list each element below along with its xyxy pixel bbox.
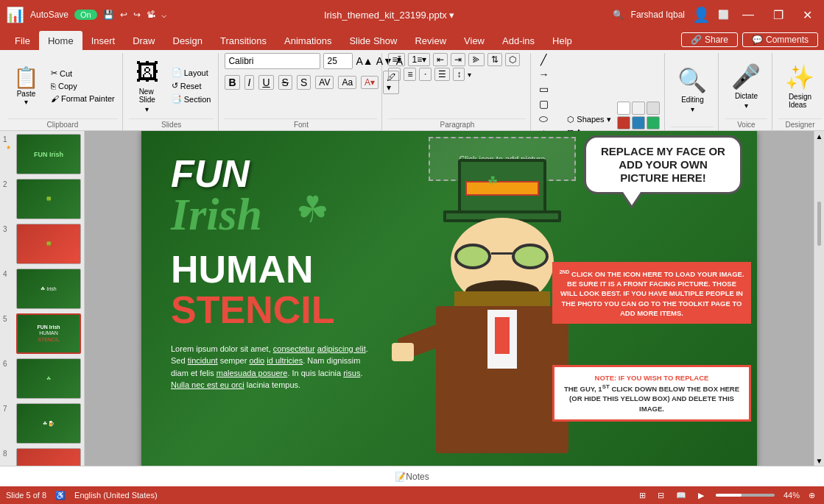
paste-button[interactable]: 📋 Paste ▾ bbox=[7, 63, 45, 109]
dictate-button[interactable]: 🎤 Dictate ▾ bbox=[725, 57, 767, 116]
font-size-input[interactable] bbox=[323, 53, 353, 69]
scroll-thumb[interactable] bbox=[817, 202, 821, 246]
slide-thumb-1[interactable]: 1 ★ FUN Irish bbox=[3, 134, 81, 174]
slide-thumb-7[interactable]: 7 ☘ 🍺 bbox=[3, 403, 81, 444]
tab-file[interactable]: File bbox=[6, 31, 39, 50]
tab-home[interactable]: Home bbox=[39, 31, 82, 50]
search-icon[interactable]: 🔍 bbox=[613, 10, 624, 20]
shadow-button[interactable]: S bbox=[297, 75, 311, 90]
vertical-scrollbar[interactable]: ▲ ▼ bbox=[814, 131, 824, 466]
shapes-dropdown-button[interactable]: ⬡ Shapes ▾ bbox=[564, 113, 614, 126]
font-case-button[interactable]: Aa bbox=[338, 76, 356, 89]
info-box-red[interactable]: 2ND CLICK ON THE ICON HERE TO LOAD YOUR … bbox=[552, 262, 751, 324]
autosave-toggle[interactable]: On bbox=[74, 10, 97, 20]
style-swatch-3[interactable] bbox=[647, 102, 660, 115]
slide-panel[interactable]: 1 ★ FUN Irish 2 🍀 3 🍀 4 ☘ Irish bbox=[0, 131, 85, 466]
win-close[interactable]: ✕ bbox=[797, 7, 818, 24]
slide-img-8[interactable]: ☘ bbox=[16, 448, 81, 466]
slide-thumb-6[interactable]: 6 ☘ bbox=[3, 358, 81, 399]
style-swatch-5[interactable] bbox=[632, 116, 645, 129]
dictate-dropdown-icon[interactable]: ▾ bbox=[744, 102, 748, 110]
slide-thumb-5[interactable]: 5 FUN Irish HUMAN STENCIL bbox=[3, 313, 81, 354]
language[interactable]: English (United States) bbox=[74, 491, 158, 500]
reset-button[interactable]: ↺ Reset bbox=[169, 79, 214, 92]
win-minimize[interactable]: — bbox=[736, 7, 760, 23]
slide-show-icon[interactable]: ▶ bbox=[695, 491, 707, 500]
editing-button[interactable]: 🔍 Editing ▾ bbox=[671, 60, 714, 119]
speech-bubble[interactable]: REPLACE MY FACE OR ADD YOUR OWN PICTURE … bbox=[584, 135, 742, 194]
tab-transitions[interactable]: Transitions bbox=[211, 31, 275, 50]
scroll-up-button[interactable]: ▲ bbox=[814, 131, 824, 141]
new-slide-button[interactable]: 🖼 NewSlide ▾ bbox=[129, 57, 166, 116]
share-button[interactable]: 🔗 Share bbox=[681, 32, 738, 47]
style-swatch-1[interactable] bbox=[617, 102, 630, 115]
line-spacing-dropdown[interactable]: ▾ bbox=[468, 71, 471, 79]
slide-title-human[interactable]: HUMAN bbox=[171, 247, 314, 291]
layout-button[interactable]: 📄 Layout bbox=[169, 66, 214, 79]
format-painter-button[interactable]: 🖌 Format Painter bbox=[48, 93, 118, 104]
tab-design[interactable]: Design bbox=[164, 31, 211, 50]
slide-title-stencil[interactable]: STENCIL bbox=[171, 288, 334, 332]
fit-slide-icon[interactable]: ⊕ bbox=[806, 491, 818, 500]
reading-view-icon[interactable]: 📖 bbox=[673, 491, 689, 500]
shape-rounded-rect[interactable]: ▢ bbox=[537, 97, 550, 110]
win-restore[interactable]: ❐ bbox=[767, 7, 789, 24]
underline-button[interactable]: U bbox=[258, 75, 273, 90]
slide-img-2[interactable]: 🍀 bbox=[16, 179, 81, 219]
tab-addins[interactable]: Add-ins bbox=[493, 31, 543, 50]
numbering-button[interactable]: 1≡▾ bbox=[408, 53, 430, 66]
increase-indent-button[interactable]: ⇥ bbox=[451, 53, 465, 66]
text-direction-button[interactable]: ⇅ bbox=[487, 53, 502, 66]
slide-sorter-icon[interactable]: ⊟ bbox=[655, 491, 667, 500]
editing-dropdown-icon[interactable]: ▾ bbox=[691, 105, 694, 113]
strikethrough-button[interactable]: S bbox=[278, 75, 292, 90]
slide-thumb-8[interactable]: 8 ☘ bbox=[3, 448, 81, 466]
bold-button[interactable]: B bbox=[225, 75, 239, 90]
align-left-button[interactable]: ⬝ bbox=[388, 68, 401, 81]
section-button[interactable]: 📑 Section bbox=[169, 93, 214, 105]
slide-img-6[interactable]: ☘ bbox=[16, 358, 81, 399]
paste-dropdown-icon[interactable]: ▾ bbox=[24, 98, 28, 106]
presentation-icon[interactable]: 📽 bbox=[147, 10, 155, 20]
tab-slideshow[interactable]: Slide Show bbox=[340, 31, 406, 50]
shape-line[interactable]: ╱ bbox=[537, 53, 550, 66]
comments-button[interactable]: 💬 Comments bbox=[742, 32, 818, 47]
filename-dropdown-icon[interactable]: ▾ bbox=[449, 10, 454, 21]
bullets-button[interactable]: ≡▾ bbox=[388, 53, 405, 66]
tab-help[interactable]: Help bbox=[543, 31, 581, 50]
align-center-button[interactable]: ≡ bbox=[404, 68, 416, 81]
shape-arrow[interactable]: → bbox=[537, 68, 550, 81]
cut-button[interactable]: ✂ Cut bbox=[48, 67, 118, 79]
shape-oval[interactable]: ⬭ bbox=[537, 112, 550, 125]
tab-animations[interactable]: Animations bbox=[275, 31, 340, 50]
design-ideas-button[interactable]: ✨ DesignIdeas bbox=[778, 57, 821, 116]
redo-icon[interactable]: ↪ bbox=[133, 10, 141, 20]
font-size-increase-icon[interactable]: A▲ bbox=[356, 55, 373, 67]
shape-rect[interactable]: ▭ bbox=[537, 82, 550, 96]
more-tools-icon[interactable]: ⌵ bbox=[161, 10, 166, 20]
slide-img-4[interactable]: ☘ Irish bbox=[16, 269, 81, 309]
canvas-area[interactable]: FUN Irish ☘ HUMAN STENCIL Lorem ipsum do… bbox=[85, 131, 814, 466]
tab-review[interactable]: Review bbox=[406, 31, 455, 50]
notes-bar[interactable]: 📝 Notes bbox=[0, 466, 824, 486]
line-spacing-button[interactable]: ↕ bbox=[453, 68, 465, 81]
font-name-input[interactable] bbox=[225, 53, 320, 69]
style-swatch-4[interactable] bbox=[617, 116, 630, 129]
slide-body-text[interactable]: Lorem ipsum dolor sit amet, consectetur … bbox=[171, 343, 370, 391]
slide-img-5[interactable]: FUN Irish HUMAN STENCIL bbox=[16, 313, 81, 354]
slide-thumb-2[interactable]: 2 🍀 bbox=[3, 179, 81, 219]
decrease-indent-button[interactable]: ⇤ bbox=[433, 53, 448, 66]
tab-view[interactable]: View bbox=[455, 31, 493, 50]
justify-button[interactable]: ☰ bbox=[434, 68, 450, 81]
normal-view-icon[interactable]: ⊞ bbox=[636, 491, 649, 500]
slide-thumb-4[interactable]: 4 ☘ Irish bbox=[3, 269, 81, 309]
style-swatch-6[interactable] bbox=[647, 116, 660, 129]
ribbon-collapse-icon[interactable]: ⬜ bbox=[718, 10, 729, 20]
convert-smartart-button[interactable]: ⬡ bbox=[505, 53, 520, 66]
info-box-yellow[interactable]: NOTE: IF YOU WISH TO REPLACE THE GUY, 1S… bbox=[552, 365, 751, 422]
scroll-down-button[interactable]: ▼ bbox=[814, 455, 824, 466]
user-avatar[interactable]: 👤 bbox=[692, 6, 711, 24]
slide-img-3[interactable]: 🍀 bbox=[16, 224, 81, 264]
columns-button[interactable]: ⫸ bbox=[468, 53, 485, 66]
italic-button[interactable]: I bbox=[244, 75, 255, 90]
